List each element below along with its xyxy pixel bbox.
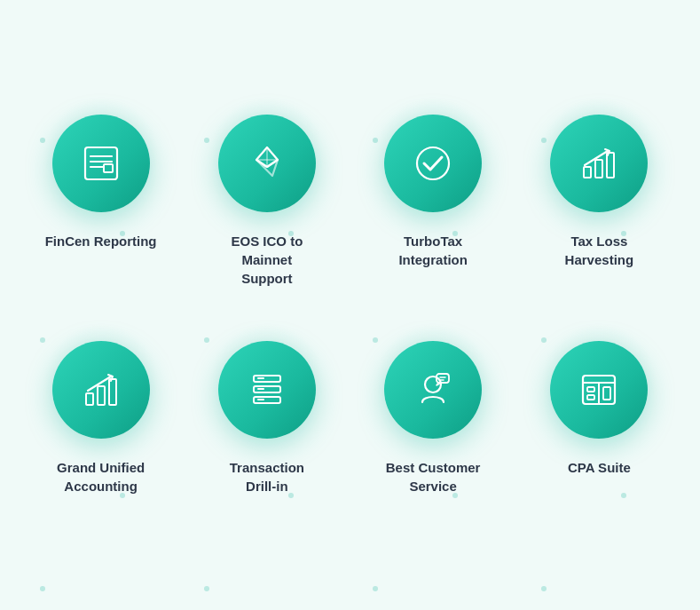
taxloss-icon-circle xyxy=(550,115,648,212)
eos-icon-circle xyxy=(218,115,316,212)
cpa-icon-circle xyxy=(550,341,648,439)
transaction-label: TransactionDrill-in xyxy=(230,458,304,495)
card-eos: EOS ICO toMainnetSupport xyxy=(193,106,341,297)
card-gua: Grand UnifiedAccounting xyxy=(27,332,175,504)
taxloss-label: Tax LossHarvesting xyxy=(565,232,634,269)
cpa-label: CPA Suite xyxy=(568,458,631,477)
chart-bar-icon xyxy=(78,367,124,413)
checkmark-icon xyxy=(410,140,456,186)
eos-icon xyxy=(244,140,290,186)
svg-rect-29 xyxy=(587,387,594,392)
svg-rect-14 xyxy=(98,386,105,405)
svg-rect-11 xyxy=(595,160,602,178)
newspaper-icon xyxy=(78,140,124,186)
svg-rect-15 xyxy=(109,379,116,405)
eos-label: EOS ICO toMainnetSupport xyxy=(231,232,303,288)
gua-label: Grand UnifiedAccounting xyxy=(57,458,145,495)
layers-icon xyxy=(244,367,290,413)
dashboard-icon xyxy=(576,367,622,413)
turbotax-icon-circle xyxy=(384,115,482,212)
svg-point-9 xyxy=(417,147,449,179)
customer-icon-circle xyxy=(384,341,482,439)
card-taxloss: Tax LossHarvesting xyxy=(525,106,673,297)
svg-rect-4 xyxy=(104,164,113,172)
customer-label: Best CustomerService xyxy=(386,458,481,495)
svg-rect-31 xyxy=(603,387,610,400)
feature-grid: FinCen Reporting EOS ICO toMainnetSuppor… xyxy=(0,70,700,540)
svg-rect-30 xyxy=(587,395,594,400)
svg-rect-10 xyxy=(584,167,591,178)
svg-rect-0 xyxy=(85,147,117,179)
transaction-icon-circle xyxy=(218,341,316,439)
gua-icon-circle xyxy=(52,341,150,439)
svg-rect-13 xyxy=(86,393,93,405)
card-fincen: FinCen Reporting xyxy=(27,106,175,297)
fincen-label: FinCen Reporting xyxy=(45,232,157,250)
card-turbotax: TurboTaxIntegration xyxy=(359,106,507,297)
card-customer: Best CustomerService xyxy=(359,332,507,504)
turbotax-label: TurboTaxIntegration xyxy=(398,232,468,269)
headset-icon xyxy=(410,367,456,413)
card-cpa: CPA Suite xyxy=(525,332,673,504)
chart-up-icon xyxy=(576,140,622,186)
fincen-icon-circle xyxy=(52,115,150,212)
svg-rect-12 xyxy=(607,153,614,178)
card-transaction: TransactionDrill-in xyxy=(193,332,341,504)
